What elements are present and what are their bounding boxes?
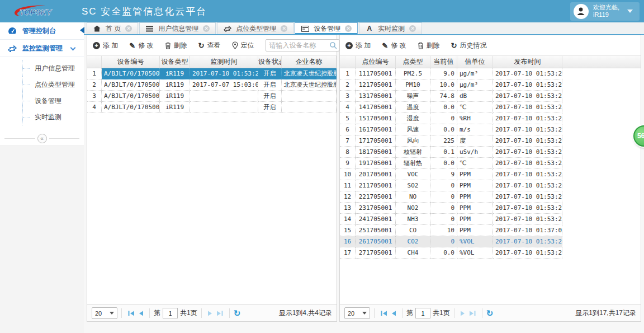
next-page-button[interactable] (460, 310, 466, 317)
table-row[interactable]: 2A/BJLT/0/1705002iR1192017-07-07 15:03:0… (87, 79, 337, 91)
delete-button[interactable]: 删除 (165, 41, 187, 50)
row-number-header (87, 56, 102, 68)
column-header[interactable]: 设备类型 (160, 56, 190, 68)
refresh-button[interactable]: ↻ (486, 309, 494, 317)
table-cell: 111705001 (356, 68, 396, 79)
main-area: 首 页✕用户信息管理✕点位类型管理✕设备管理✕A实时监测✕ + 添 加 ✎ 修 … (84, 22, 644, 333)
table-row[interactable]: 3A/BJLT/0/1705003iR119开启 (87, 91, 337, 102)
row-number-cell: 4 (340, 102, 356, 113)
table-row[interactable]: 16261705001CO20%VOL2017-07-10 01:53:22 (340, 236, 641, 247)
tab-label: 设备管理 (314, 24, 340, 34)
table-row[interactable]: 6161705001风速0.0m/s2017-07-10 01:53:21 (340, 124, 641, 135)
table-row[interactable]: 13231705001NO20PPM2017-07-10 01:53:22 (340, 203, 641, 214)
column-header[interactable]: 值单位 (457, 56, 493, 68)
first-page-button[interactable] (380, 310, 387, 317)
search-icon[interactable] (329, 41, 337, 49)
table-row[interactable]: 11211705001SO20PPM2017-07-10 01:53:22 (340, 180, 641, 191)
table-cell: 10 (430, 225, 457, 236)
table-row[interactable]: 10201705001VOC9PPM2017-07-10 01:53:22 (340, 169, 641, 180)
table-cell: 0.0 (430, 158, 457, 169)
close-icon[interactable]: ✕ (409, 25, 416, 32)
collapse-sidebar-button[interactable]: « (37, 134, 47, 143)
table-cell: μg/m³ (457, 68, 493, 79)
edit-button[interactable]: ✎ 修 改 (129, 41, 153, 50)
close-icon[interactable]: ✕ (281, 25, 287, 32)
table-cell: 2017-07-10 01:53:22 (493, 68, 562, 79)
table-cell: 2017-07-10 01:53:21 (493, 158, 562, 169)
tab-point-type[interactable]: 点位类型管理✕ (217, 22, 293, 34)
add-button[interactable]: + 添 加 (93, 41, 118, 50)
tab-realtime[interactable]: A实时监测✕ (359, 22, 422, 34)
tab-home[interactable]: 首 页✕ (87, 22, 138, 34)
page-size-select[interactable]: 20 (92, 307, 117, 319)
tab-user-info[interactable]: 用户信息管理✕ (139, 22, 216, 34)
table-row[interactable]: 1111705001PM2.59.0μg/m³2017-07-10 01:53:… (340, 68, 641, 79)
column-header[interactable]: 点位编号 (356, 56, 396, 68)
table-row[interactable]: 2121705001PM1010.0μg/m³2017-07-10 01:53:… (340, 79, 641, 91)
table-cell (282, 102, 337, 113)
table-row[interactable]: 5151705001湿度0%RH2017-07-10 01:53:22 (340, 113, 641, 124)
table-cell: 0.0 (430, 124, 457, 135)
table-row[interactable]: 4141705001温度0.0℃2017-07-10 01:53:22 (340, 102, 641, 113)
trash-icon (165, 42, 171, 49)
history-button[interactable]: ↻ 历史情况 (451, 41, 487, 50)
locate-button[interactable]: 定位 (232, 41, 254, 50)
table-row[interactable]: 12221705001NO0PPM2017-07-10 01:53:21 (340, 191, 641, 203)
next-page-button[interactable] (207, 310, 213, 317)
sidebar-item-realtime-monitor[interactable]: 实时监测 (0, 109, 84, 125)
column-header[interactable]: 设备状态 (258, 56, 282, 68)
last-page-button[interactable] (469, 310, 476, 317)
table-row[interactable]: 7171705001风向225度2017-07-10 01:53:21 (340, 135, 641, 147)
view-button[interactable]: ↻ 查看 (198, 41, 221, 50)
table-cell: CH4 (396, 247, 430, 259)
table-cell: 温度 (396, 102, 430, 113)
table-row[interactable]: 4A/BJLT/0/1705004iR119开启 (87, 102, 337, 113)
page-number-input[interactable] (415, 308, 430, 318)
refresh-button[interactable]: ↻ (234, 309, 241, 317)
sidebar-item-user-info-management[interactable]: 用户信息管理 (0, 60, 84, 77)
user-menu[interactable]: 欢迎光临, iR119 (570, 2, 640, 21)
device-table-wrap: 设备编号设备类型监测时间设备状态企业名称1A/BJLT/0/1705001iR1… (87, 56, 337, 304)
close-icon[interactable]: ✕ (203, 25, 210, 32)
last-page-button[interactable] (216, 310, 224, 317)
table-row[interactable]: 15251705001CO10PPM2017-07-10 01:37:01 (340, 225, 641, 236)
page-number-input[interactable] (163, 308, 178, 318)
sidebar-item-point-type-management[interactable]: 点位类型管理 (0, 77, 84, 93)
column-header[interactable]: 发布时间 (493, 56, 562, 68)
add-button[interactable]: + 添 加 (345, 41, 371, 50)
table-row[interactable]: 8181705001核辐射0.1uSv/h2017-07-10 01:53:21 (340, 147, 641, 158)
column-header[interactable]: 企业名称 (282, 56, 337, 68)
table-row[interactable]: 17271705001CH40.0%VOL2017-07-10 01:53:21 (340, 247, 641, 259)
page-label: 第 (406, 308, 413, 318)
table-row[interactable]: 1A/BJLT/0/1705001iR1192017-07-10 01:53:2… (87, 68, 337, 79)
first-page-button[interactable] (127, 310, 135, 317)
table-cell: A/BJLT/0/1705004 (102, 102, 160, 113)
delete-button[interactable]: 删除 (418, 41, 440, 50)
table-cell: μg/m³ (457, 79, 493, 91)
table-cell: CO2 (396, 236, 430, 247)
column-header[interactable]: 设备编号 (102, 56, 160, 68)
row-number-cell: 15 (340, 225, 356, 236)
sidebar-item-device-management[interactable]: 设备管理 (0, 93, 84, 109)
sidebar-toggle-arrow[interactable] (80, 27, 84, 34)
table-cell: %VOL (457, 236, 493, 247)
column-header[interactable]: 点类型 (396, 56, 430, 68)
search-input[interactable] (266, 39, 339, 51)
sidebar-section-monitor-mgmt[interactable]: 监控监测管理 (0, 40, 84, 57)
table-row[interactable]: 9191705001辐射热0.0℃2017-07-10 01:53:21 (340, 158, 641, 169)
sidebar-section-console[interactable]: 管理控制台 (0, 22, 84, 40)
prev-page-button[interactable] (391, 310, 396, 317)
table-cell: 噪声 (396, 91, 430, 102)
table-cell (282, 91, 337, 102)
column-header[interactable]: 当前值 (430, 56, 457, 68)
page-size-select[interactable]: 20 (344, 307, 370, 319)
close-icon[interactable]: ✕ (345, 25, 352, 32)
prev-page-button[interactable] (138, 310, 144, 317)
column-header[interactable]: 监测时间 (190, 56, 258, 68)
tab-device-mgmt[interactable]: 设备管理✕ (295, 22, 358, 34)
table-row[interactable]: 3131705001噪声74.8dB2017-07-10 01:53:22 (340, 91, 641, 102)
table-cell: 风速 (396, 124, 430, 135)
table-row[interactable]: 14241705001NH30PPM2017-07-10 01:53:21 (340, 214, 641, 225)
close-icon[interactable]: ✕ (125, 25, 132, 32)
edit-button[interactable]: ✎ 修 改 (382, 41, 406, 50)
